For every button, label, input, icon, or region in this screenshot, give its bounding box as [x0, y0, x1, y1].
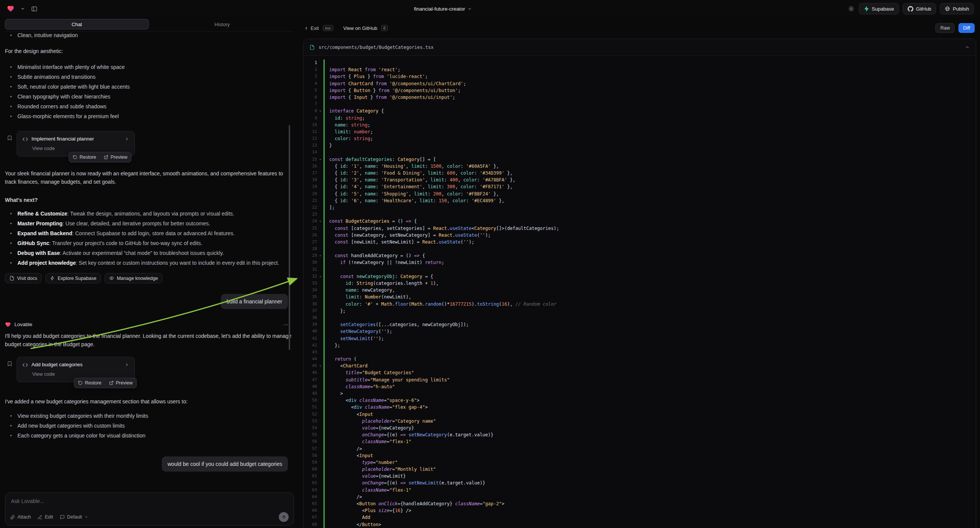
- code-text: name: newCategory,: [323, 287, 976, 294]
- line-number: 58: [304, 452, 317, 459]
- tab-chat[interactable]: Chat: [5, 19, 149, 30]
- bullet-item: Clean typography with clear hierarchies: [5, 92, 294, 101]
- sidebar-toggle-icon[interactable]: [30, 5, 38, 13]
- preview-button[interactable]: Preview: [105, 378, 136, 388]
- visit-docs-button[interactable]: Visit docs: [5, 273, 42, 283]
- version-card[interactable]: Implement financial planner View code Re…: [17, 131, 135, 156]
- explore-supabase-button[interactable]: Explore Supabase: [45, 273, 101, 283]
- send-button[interactable]: [279, 512, 289, 522]
- fold-toggle-icon[interactable]: ▾: [317, 156, 323, 163]
- line-number: 65: [304, 500, 317, 507]
- line-number: 53: [304, 418, 317, 425]
- fold-toggle-icon[interactable]: ▾: [317, 363, 323, 369]
- chat-scrollbar[interactable]: [289, 125, 290, 350]
- github-button[interactable]: GitHub: [903, 3, 936, 14]
- code-text: import { Plus } from 'lucide-react';: [323, 73, 976, 80]
- fold-gutter: [317, 183, 323, 190]
- supabase-bolt-icon: [864, 6, 869, 11]
- code-line: 16 { id: '1', name: 'Housing', limit: 15…: [304, 163, 976, 170]
- version-card[interactable]: Add budget categories View code Restore: [17, 357, 135, 382]
- fold-toggle-icon[interactable]: ▾: [317, 218, 323, 224]
- code-text: id: string;: [323, 115, 976, 122]
- code-line: 26 const [newCategory, setNewCategory] =…: [304, 232, 976, 239]
- fold-gutter: [317, 197, 323, 204]
- project-selector[interactable]: financial-future-creator: [414, 0, 472, 17]
- code-line: 40 setNewCategory('');: [304, 328, 976, 335]
- line-number: 24: [304, 218, 317, 224]
- code-line: 11 limit: number;: [304, 129, 976, 135]
- workspace-chevron-down-icon[interactable]: [20, 6, 26, 12]
- fold-gutter: [317, 383, 323, 390]
- diff-button[interactable]: Diff: [958, 23, 975, 33]
- code-text: [323, 149, 976, 156]
- fold-gutter: [317, 356, 323, 363]
- design-bullet-list: Minimalist interface with plenty of whit…: [5, 63, 294, 121]
- line-number: 60: [304, 466, 317, 473]
- fold-gutter: [317, 411, 323, 418]
- raw-button[interactable]: Raw: [935, 23, 955, 33]
- user-message: would be cool if you could add budget ca…: [162, 456, 288, 472]
- manage-knowledge-button[interactable]: Manage knowledge: [105, 273, 162, 283]
- bookmark-icon[interactable]: [7, 135, 13, 156]
- chat-mode-select[interactable]: Default: [60, 514, 88, 520]
- view-on-github-button[interactable]: View on GitHub: [343, 25, 377, 31]
- bookmark-icon[interactable]: [7, 361, 13, 382]
- fold-toggle-icon[interactable]: ▾: [317, 273, 323, 280]
- docs-icon: [10, 276, 14, 281]
- fold-gutter: [317, 245, 323, 252]
- view-code-link[interactable]: View code: [32, 144, 55, 153]
- bullet-item: Add new budget categories with custom li…: [5, 421, 294, 430]
- chat-input[interactable]: [11, 498, 288, 504]
- code-text: { id: '1', name: 'Housing', limit: 1500,…: [323, 163, 976, 170]
- code-text: { id: '5', name: 'Shopping', limit: 200,…: [323, 191, 976, 197]
- code-text: import React from 'react';: [323, 66, 976, 73]
- code-line: 39 setCategories([...categories, newCate…: [304, 321, 976, 328]
- restore-button[interactable]: Restore: [69, 152, 100, 162]
- code-line: 51 <div className="flex gap-4">: [304, 404, 976, 410]
- code-line: 28: [304, 245, 976, 252]
- code-text: />: [323, 493, 976, 500]
- fold-toggle-icon[interactable]: ▾: [317, 252, 323, 259]
- attach-button[interactable]: Attach: [10, 514, 31, 520]
- collapse-chevron-up-icon[interactable]: [965, 45, 970, 49]
- line-number: 22: [304, 204, 317, 211]
- chat-mode-icon: [60, 515, 65, 520]
- version-card-title: Add budget categories: [32, 361, 83, 369]
- restore-button[interactable]: Restore: [74, 378, 105, 388]
- preview-button[interactable]: Preview: [100, 152, 131, 162]
- line-number: 39: [304, 321, 317, 328]
- file-bar[interactable]: src/components/budget/BudgetCategories.t…: [304, 39, 976, 56]
- fold-gutter: [317, 191, 323, 197]
- code-text: const [categories, setCategories] = Reac…: [323, 225, 976, 232]
- code-text: title="Budget Categories": [323, 369, 976, 376]
- view-code-link[interactable]: View code: [32, 370, 55, 379]
- line-number: 47: [304, 377, 317, 383]
- publish-button[interactable]: Publish: [940, 3, 974, 14]
- more-options-icon[interactable]: [283, 322, 289, 328]
- supabase-button[interactable]: Supabase: [859, 3, 899, 14]
- chevron-down-icon: [84, 515, 88, 519]
- code-text: setNewCategory('');: [323, 328, 976, 335]
- code-text: onChange={(e) => setNewLimit(e.target.va…: [323, 480, 976, 486]
- fold-toggle-icon[interactable]: ▾: [317, 108, 323, 115]
- edit-button[interactable]: Edit: [38, 514, 53, 520]
- code-text: <div className="flex gap-4">: [323, 404, 976, 410]
- user-message: build a financial planner: [221, 294, 288, 309]
- tab-history[interactable]: History: [150, 19, 294, 30]
- fold-gutter: [317, 349, 323, 356]
- fold-gutter: [317, 459, 323, 466]
- line-number: 11: [304, 129, 317, 135]
- line-number: 9: [304, 115, 317, 122]
- line-number: 42: [304, 342, 317, 349]
- assistant-intro-text: I'll help you add budget categories to t…: [5, 332, 294, 348]
- settings-gear-icon[interactable]: [847, 5, 855, 13]
- fold-gutter: [317, 204, 323, 211]
- exit-button[interactable]: Exit: [304, 25, 319, 31]
- lovable-logo[interactable]: [6, 4, 15, 13]
- code-text: placeholder="Monthly limit": [323, 466, 976, 473]
- fold-gutter: [317, 294, 323, 301]
- bullet-item: Rounded corners and subtle shadows: [5, 102, 294, 111]
- topbar: financial-future-creator Supabase GitHub…: [0, 0, 980, 17]
- code-text: <ChartCard: [323, 363, 976, 369]
- code-line: 64 />: [304, 493, 976, 500]
